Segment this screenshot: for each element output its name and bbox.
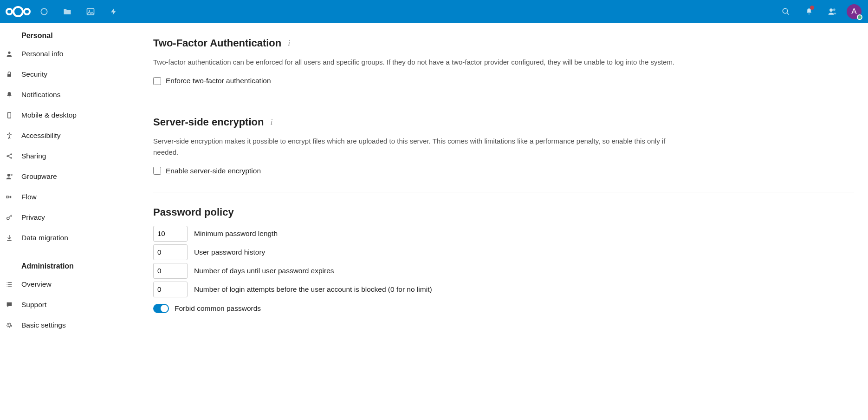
- enforce-two-factor-row: Enforce two-factor authentication: [153, 77, 854, 85]
- sidebar-item-basic-settings[interactable]: Basic settings: [0, 315, 139, 335]
- lightning-icon: [110, 7, 118, 16]
- sidebar-item-label: Accessibility: [21, 131, 60, 140]
- login-attempts-input[interactable]: [153, 282, 188, 297]
- bell-icon: [6, 91, 21, 98]
- app-logo[interactable]: [4, 4, 32, 20]
- svg-point-19: [7, 217, 9, 219]
- contacts-button[interactable]: [821, 0, 844, 23]
- settings-content: Two-Factor Authentication i Two-factor a…: [139, 23, 868, 420]
- password-expire-days-row: Number of days until user password expir…: [153, 263, 854, 279]
- header-right: A: [774, 0, 864, 23]
- download-icon: [6, 234, 21, 242]
- groupware-icon: [6, 172, 21, 181]
- sidebar-item-overview[interactable]: Overview: [0, 274, 139, 295]
- search-button[interactable]: [774, 0, 797, 23]
- svg-point-6: [783, 8, 788, 13]
- sidebar-item-groupware[interactable]: Groupware: [0, 166, 139, 187]
- info-icon[interactable]: i: [270, 118, 272, 127]
- user-icon: [6, 50, 21, 58]
- sidebar-item-security[interactable]: Security: [0, 64, 139, 85]
- forbid-common-passwords-toggle[interactable]: [153, 304, 169, 313]
- sidebar-item-label: Support: [21, 301, 46, 309]
- notifications-button[interactable]: [797, 0, 821, 23]
- files-app[interactable]: [56, 0, 79, 23]
- search-icon: [782, 7, 790, 16]
- section-encryption: Server-side encryption i Server-side enc…: [153, 116, 854, 192]
- password-expire-days-input[interactable]: [153, 263, 188, 279]
- section-description: Server-side encryption makes it possible…: [153, 136, 687, 158]
- sidebar-item-mobile-desktop[interactable]: Mobile & desktop: [0, 105, 139, 125]
- enforce-two-factor-checkbox[interactable]: [153, 77, 161, 85]
- enable-encryption-checkbox[interactable]: [153, 167, 161, 175]
- top-bar: A: [0, 0, 868, 23]
- forbid-common-passwords-row: Forbid common passwords: [153, 304, 854, 313]
- sidebar-item-label: Overview: [21, 280, 52, 289]
- password-history-row: User password history: [153, 244, 854, 260]
- sidebar-item-data-migration[interactable]: Data migration: [0, 228, 139, 248]
- svg-rect-11: [8, 112, 11, 118]
- sidebar-item-label: Personal info: [21, 50, 63, 58]
- dashboard-app[interactable]: [32, 0, 56, 23]
- sidebar-item-label: Flow: [21, 193, 37, 201]
- svg-point-16: [7, 174, 10, 177]
- min-password-length-input[interactable]: [153, 226, 188, 242]
- password-history-input[interactable]: [153, 244, 188, 260]
- info-icon[interactable]: i: [288, 39, 290, 48]
- svg-point-0: [13, 7, 23, 16]
- sidebar-item-personal-info[interactable]: Personal info: [0, 44, 139, 64]
- image-icon: [86, 7, 95, 16]
- svg-point-12: [9, 132, 10, 134]
- sidebar-item-flow[interactable]: Flow: [0, 187, 139, 207]
- section-title-password-policy: Password policy: [153, 206, 854, 218]
- min-password-length-label: Minimum password length: [194, 230, 278, 238]
- key-icon: [6, 214, 21, 221]
- section-two-factor: Two-Factor Authentication i Two-factor a…: [153, 37, 854, 102]
- accessibility-icon: [6, 132, 21, 139]
- avatar-initial: A: [851, 7, 856, 16]
- phone-icon: [6, 112, 21, 119]
- sidebar-item-privacy[interactable]: Privacy: [0, 207, 139, 228]
- enable-encryption-row: Enable server-side encryption: [153, 167, 854, 175]
- sidebar-item-notifications[interactable]: Notifications: [0, 85, 139, 105]
- app-nav: [32, 0, 125, 23]
- title-text: Two-Factor Authentication: [153, 37, 281, 49]
- sidebar-item-label: Privacy: [21, 213, 45, 222]
- password-expire-days-label: Number of days until user password expir…: [194, 267, 334, 275]
- forbid-common-passwords-label[interactable]: Forbid common passwords: [175, 304, 261, 313]
- activity-app[interactable]: [102, 0, 125, 23]
- sidebar-header-personal: Personal: [0, 26, 139, 44]
- nextcloud-logo-icon: [4, 4, 32, 20]
- sidebar-item-label: Groupware: [21, 172, 57, 181]
- sidebar-header-administration: Administration: [0, 256, 139, 274]
- svg-rect-18: [6, 196, 8, 198]
- sidebar-item-support[interactable]: Support: [0, 295, 139, 315]
- password-history-label: User password history: [194, 248, 265, 256]
- enforce-two-factor-label[interactable]: Enforce two-factor authentication: [166, 77, 271, 85]
- svg-point-8: [833, 8, 836, 11]
- sidebar-item-label: Sharing: [21, 152, 46, 160]
- svg-point-2: [24, 9, 30, 14]
- section-title-encryption: Server-side encryption i: [153, 116, 854, 128]
- login-attempts-row: Number of login attempts before the user…: [153, 282, 854, 297]
- enable-encryption-label[interactable]: Enable server-side encryption: [166, 167, 261, 175]
- sidebar-item-label: Security: [21, 70, 47, 79]
- title-text: Server-side encryption: [153, 116, 264, 128]
- user-avatar[interactable]: A: [847, 4, 862, 19]
- sidebar-item-label: Notifications: [21, 91, 60, 99]
- list-icon: [6, 281, 21, 288]
- sidebar-item-sharing[interactable]: Sharing: [0, 146, 139, 166]
- settings-sidebar: Personal Personal info Security Notifica…: [0, 23, 139, 420]
- chat-icon: [6, 301, 21, 308]
- lock-icon: [6, 71, 21, 78]
- sidebar-item-label: Data migration: [21, 234, 68, 242]
- sidebar-item-label: Basic settings: [21, 321, 66, 329]
- login-attempts-label: Number of login attempts before the user…: [194, 285, 432, 294]
- notification-dot: [810, 6, 814, 10]
- svg-point-7: [829, 8, 833, 12]
- photos-app[interactable]: [79, 0, 102, 23]
- sidebar-item-label: Mobile & desktop: [21, 111, 77, 119]
- contacts-icon: [828, 7, 837, 16]
- sidebar-item-accessibility[interactable]: Accessibility: [0, 125, 139, 146]
- gear-icon: [6, 322, 21, 329]
- dashboard-icon: [39, 7, 49, 16]
